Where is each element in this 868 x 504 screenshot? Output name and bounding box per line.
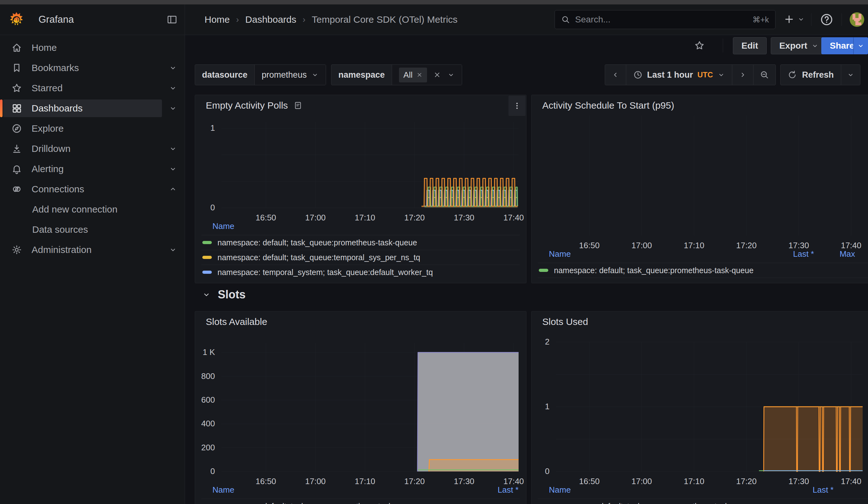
legend-label: namespace: default; task_queue:prometheu… — [217, 502, 417, 504]
panel-title[interactable]: Empty Activity Polls — [206, 100, 288, 111]
plus-icon — [783, 12, 795, 27]
search-box[interactable]: Search... ⌘+k — [555, 10, 776, 29]
refresh-button[interactable]: Refresh — [781, 65, 841, 85]
legend-column-max[interactable]: Max — [814, 249, 855, 259]
panel-title[interactable]: Activity Schedule To Start (p95) — [542, 100, 674, 111]
favorite-star-icon[interactable] — [694, 40, 705, 51]
chevron-down-icon — [202, 290, 211, 299]
close-icon[interactable] — [416, 72, 423, 78]
legend-row[interactable]: namespace: default; task_queue:temporal_… — [202, 250, 520, 265]
sidebar-item-alerting[interactable]: Alerting — [0, 159, 185, 179]
legend-row[interactable]: namespace: temporal_system; task_queue:d… — [202, 265, 520, 279]
chevron-down-icon — [797, 12, 805, 27]
legend-row[interactable]: namespace: default; task_queue:prometheu… — [538, 263, 868, 278]
panel-slots-used: Slots Used 21016:5017:0017:1017:2017:301… — [531, 311, 868, 504]
sidebar-item-starred[interactable]: Starred — [0, 78, 185, 98]
sidebar-item-data-sources[interactable]: Data sources — [0, 219, 185, 240]
namespace-chip-all[interactable]: All — [399, 68, 427, 82]
help-button[interactable] — [820, 13, 833, 28]
user-avatar[interactable] — [850, 12, 864, 27]
gear-icon — [11, 245, 22, 255]
panel-plot[interactable]: 1 K800600400200016:5017:0017:1017:2017:3… — [221, 343, 519, 472]
panel-activity-schedule-to-start: Activity Schedule To Start (p95) 16:5017… — [531, 95, 868, 283]
sidebar-item-dashboards[interactable]: Dashboards — [0, 98, 185, 119]
chevron-down-icon — [811, 42, 819, 50]
refresh-interval-dropdown[interactable] — [841, 65, 860, 85]
axis-tick-label: 1 — [195, 123, 215, 133]
dashboards-grid-icon — [11, 103, 22, 114]
time-shift-back-button[interactable] — [605, 65, 626, 85]
chevron-down-icon[interactable] — [169, 165, 177, 173]
legend-label: namespace: default; task_queue:temporal_… — [217, 253, 420, 262]
brand-name[interactable]: Grafana — [39, 14, 74, 25]
time-shift-forward-button[interactable] — [732, 65, 753, 85]
sidebar-item-home[interactable]: Home — [0, 38, 185, 58]
axis-tick-label: 0 — [531, 466, 549, 476]
legend-label: namespace: default; task_queue:prometheu… — [554, 502, 753, 504]
grafana-logo[interactable] — [8, 11, 24, 28]
legend-column-name[interactable]: Name — [202, 222, 520, 231]
panel-title[interactable]: Slots Available — [206, 316, 267, 327]
refresh-controls: Refresh — [780, 64, 860, 85]
panel-plot[interactable]: 16:5017:0017:1017:2017:3017:40 — [556, 116, 862, 236]
clock-icon — [633, 70, 643, 80]
panel-description-icon[interactable] — [293, 101, 302, 110]
panel-menu-button[interactable] — [508, 96, 526, 116]
search-placeholder: Search... — [575, 14, 747, 25]
sidebar-item-connections[interactable]: Connections — [0, 179, 185, 199]
sidebar-item-bookmarks[interactable]: Bookmarks — [0, 58, 185, 78]
chevron-down-icon[interactable] — [169, 104, 177, 112]
chevron-down-icon[interactable] — [169, 64, 177, 72]
search-icon — [561, 15, 570, 24]
edit-button[interactable]: Edit — [733, 37, 767, 54]
legend-row[interactable]: namespace: default; task_queue:prometheu… — [538, 499, 868, 504]
panel-plot[interactable]: 1016:5017:0017:1017:2017:3017:40 — [221, 122, 519, 208]
legend-column-name[interactable]: Name — [213, 485, 462, 495]
panel-slots-available: Slots Available 1 K800600400200016:5017:… — [195, 311, 526, 504]
time-range-label: Last 1 hour — [647, 70, 693, 80]
legend-row[interactable]: namespace: default; task_queue:prometheu… — [202, 499, 520, 504]
legend-column-name[interactable]: Name — [549, 249, 757, 259]
time-range-picker[interactable]: Last 1 hour UTC — [626, 65, 732, 85]
chevron-down-icon[interactable] — [447, 71, 455, 79]
sidebar-item-explore[interactable]: Explore — [0, 119, 185, 138]
sidebar-item-label: Bookmarks — [32, 63, 169, 73]
zoom-out-button[interactable] — [753, 65, 776, 85]
search-shortcut: ⌘+k — [753, 15, 769, 24]
datasource-value-dropdown[interactable]: prometheus — [255, 65, 326, 85]
legend-column-last[interactable]: Last * — [462, 485, 519, 495]
legend-column-last[interactable]: Last * — [777, 485, 834, 495]
export-button[interactable]: Export — [771, 37, 827, 54]
clear-icon[interactable] — [433, 71, 441, 79]
legend-column-name[interactable]: Name — [549, 485, 777, 495]
home-icon — [11, 42, 22, 53]
chevron-down-icon[interactable] — [169, 246, 177, 254]
sidebar-item-administration[interactable]: Administration — [0, 240, 185, 260]
chevron-down-icon[interactable] — [169, 145, 177, 153]
legend-column-last[interactable]: Last * — [757, 249, 814, 259]
share-dropdown-button[interactable] — [853, 37, 868, 54]
legend-label: namespace: temporal_system; task_queue:d… — [217, 268, 433, 277]
breadcrumb-separator: › — [303, 15, 306, 25]
sidebar-item-label: Dashboards — [32, 103, 169, 114]
sidebar-item-label: Explore — [32, 123, 177, 134]
collapse-menu-icon[interactable] — [167, 14, 177, 25]
panel-plot[interactable]: 21016:5017:0017:1017:2017:3017:40 — [556, 342, 862, 472]
namespace-value-dropdown[interactable]: All — [392, 65, 462, 85]
panel-title[interactable]: Slots Used — [542, 316, 588, 327]
sidebar-item-add-new-connection[interactable]: Add new connection — [0, 199, 185, 219]
timezone-label: UTC — [698, 70, 713, 79]
add-button[interactable] — [783, 12, 805, 27]
breadcrumb-dashboards[interactable]: Dashboards — [245, 14, 296, 25]
section-header-slots[interactable]: Slots — [202, 288, 246, 301]
sidebar-item-label: Starred — [32, 83, 169, 93]
chevron-down-icon[interactable] — [169, 84, 177, 92]
sidebar-item-drilldown[interactable]: Drilldown — [0, 138, 185, 159]
chevron-down-icon — [717, 71, 725, 79]
legend-label: namespace: default; task_queue:prometheu… — [554, 266, 753, 275]
connections-link-icon — [11, 184, 22, 195]
chevron-up-icon[interactable] — [169, 185, 177, 193]
active-indicator — [0, 100, 2, 117]
breadcrumb-home[interactable]: Home — [205, 14, 230, 25]
legend-row[interactable]: namespace: default; task_queue:prometheu… — [202, 235, 520, 250]
